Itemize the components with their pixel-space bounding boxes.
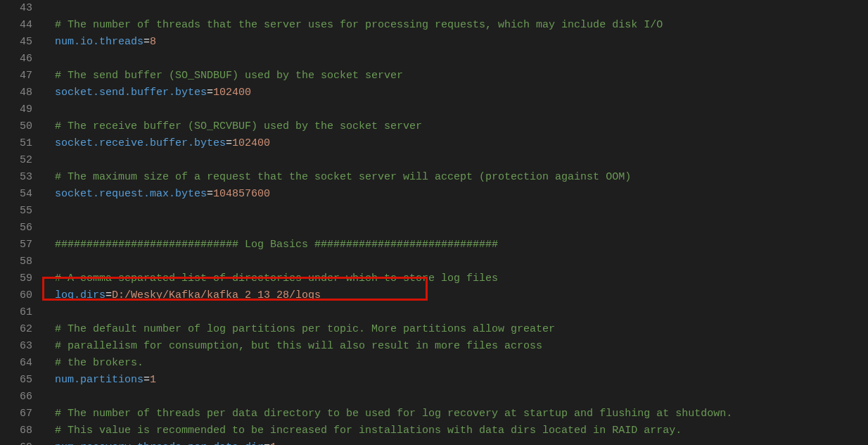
line-number: 64 bbox=[0, 355, 32, 372]
line-number: 43 bbox=[0, 0, 32, 17]
config-key: socket.send.buffer.bytes bbox=[55, 87, 207, 99]
line-number: 63 bbox=[0, 338, 32, 355]
config-value: 104857600 bbox=[213, 188, 270, 200]
equals-operator: = bbox=[226, 137, 232, 149]
line-number: 56 bbox=[0, 220, 32, 237]
comment-text: # The number of threads that the server … bbox=[55, 19, 663, 31]
code-line[interactable]: num.io.threads=8 bbox=[55, 34, 868, 51]
code-line[interactable]: log.dirs=D:/Wesky/Kafka/kafka_2_13_28/lo… bbox=[55, 287, 868, 304]
code-line[interactable]: # A comma separated list of directories … bbox=[55, 270, 868, 287]
line-number: 49 bbox=[0, 101, 32, 118]
comment-text: # The receive buffer (SO_RCVBUF) used by… bbox=[55, 120, 422, 132]
equals-operator: = bbox=[143, 374, 150, 386]
code-line[interactable] bbox=[55, 0, 868, 17]
code-line[interactable]: # The receive buffer (SO_RCVBUF) used by… bbox=[55, 118, 868, 135]
code-line[interactable]: # The maximum size of a request that the… bbox=[55, 169, 868, 186]
comment-text: # This value is recommended to be increa… bbox=[55, 425, 682, 437]
code-line[interactable] bbox=[55, 101, 868, 118]
code-line[interactable]: num.partitions=1 bbox=[55, 372, 868, 389]
code-line[interactable] bbox=[55, 389, 868, 406]
code-content[interactable]: # The number of threads that the server … bbox=[44, 0, 868, 445]
code-line[interactable]: # The send buffer (SO_SNDBUF) used by th… bbox=[55, 68, 868, 84]
code-line[interactable] bbox=[55, 253, 868, 270]
comment-text: # The send buffer (SO_SNDBUF) used by th… bbox=[55, 70, 403, 82]
comment-text: # A comma separated list of directories … bbox=[55, 272, 498, 284]
code-line[interactable] bbox=[55, 51, 868, 68]
code-line[interactable]: # The default number of log partitions p… bbox=[55, 321, 868, 338]
code-line[interactable]: socket.receive.buffer.bytes=102400 bbox=[55, 135, 868, 152]
comment-text: # parallelism for consumption, but this … bbox=[55, 340, 542, 352]
code-line[interactable]: socket.send.buffer.bytes=102400 bbox=[55, 84, 868, 101]
line-number: 60 bbox=[0, 287, 32, 304]
line-number: 62 bbox=[0, 321, 32, 338]
config-value: 8 bbox=[150, 36, 156, 48]
line-number: 57 bbox=[0, 237, 32, 253]
config-value: D:/Wesky/Kafka/kafka_2_13_28/logs bbox=[112, 289, 321, 301]
line-number: 59 bbox=[0, 270, 32, 287]
code-line[interactable]: # This value is recommended to be increa… bbox=[55, 422, 868, 439]
line-number: 55 bbox=[0, 203, 32, 220]
line-number: 51 bbox=[0, 135, 32, 152]
line-number: 61 bbox=[0, 304, 32, 321]
line-number: 67 bbox=[0, 406, 32, 422]
config-key: num.recovery.threads.per.data.dir bbox=[55, 441, 264, 445]
equals-operator: = bbox=[207, 188, 213, 200]
line-number: 52 bbox=[0, 152, 32, 169]
config-key: num.partitions bbox=[55, 374, 143, 386]
line-number: 54 bbox=[0, 186, 32, 203]
line-number: 50 bbox=[0, 118, 32, 135]
line-number: 53 bbox=[0, 169, 32, 186]
code-line[interactable]: num.recovery.threads.per.data.dir=1 bbox=[55, 439, 868, 445]
line-number: 45 bbox=[0, 34, 32, 51]
equals-operator: = bbox=[207, 87, 213, 99]
equals-operator: = bbox=[106, 289, 112, 301]
comment-text: # The maximum size of a request that the… bbox=[55, 171, 631, 183]
line-number: 68 bbox=[0, 422, 32, 439]
equals-operator: = bbox=[143, 36, 150, 48]
config-key: socket.request.max.bytes bbox=[55, 188, 207, 200]
code-line[interactable]: ############################# Log Basics… bbox=[55, 237, 868, 253]
code-line[interactable]: # the brokers. bbox=[55, 355, 868, 372]
comment-text: # The default number of log partitions p… bbox=[55, 323, 555, 335]
line-number: 58 bbox=[0, 253, 32, 270]
comment-text: ############################# Log Basics… bbox=[55, 239, 498, 251]
code-line[interactable] bbox=[55, 220, 868, 237]
line-number: 44 bbox=[0, 17, 32, 34]
code-line[interactable]: # The number of threads that the server … bbox=[55, 17, 868, 34]
config-key: socket.receive.buffer.bytes bbox=[55, 137, 226, 149]
code-line[interactable]: socket.request.max.bytes=104857600 bbox=[55, 186, 868, 203]
code-line[interactable]: # The number of threads per data directo… bbox=[55, 406, 868, 422]
config-value: 102400 bbox=[232, 137, 270, 149]
line-number: 46 bbox=[0, 51, 32, 68]
config-key: num.io.threads bbox=[55, 36, 143, 48]
equals-operator: = bbox=[264, 441, 270, 445]
comment-text: # The number of threads per data directo… bbox=[55, 408, 732, 420]
line-number: 48 bbox=[0, 84, 32, 101]
line-number: 69 bbox=[0, 439, 32, 445]
config-key: log.dirs bbox=[55, 289, 106, 301]
line-number-gutter: 4344454647484950515253545556575859606162… bbox=[0, 0, 44, 445]
config-value: 1 bbox=[270, 441, 276, 445]
line-number: 47 bbox=[0, 68, 32, 84]
config-value: 1 bbox=[150, 374, 156, 386]
code-line[interactable] bbox=[55, 304, 868, 321]
code-line[interactable]: # parallelism for consumption, but this … bbox=[55, 338, 868, 355]
config-value: 102400 bbox=[213, 87, 251, 99]
line-number: 65 bbox=[0, 372, 32, 389]
code-editor[interactable]: 4344454647484950515253545556575859606162… bbox=[0, 0, 868, 445]
comment-text: # the brokers. bbox=[55, 357, 143, 369]
code-line[interactable] bbox=[55, 203, 868, 220]
line-number: 66 bbox=[0, 389, 32, 406]
code-line[interactable] bbox=[55, 152, 868, 169]
